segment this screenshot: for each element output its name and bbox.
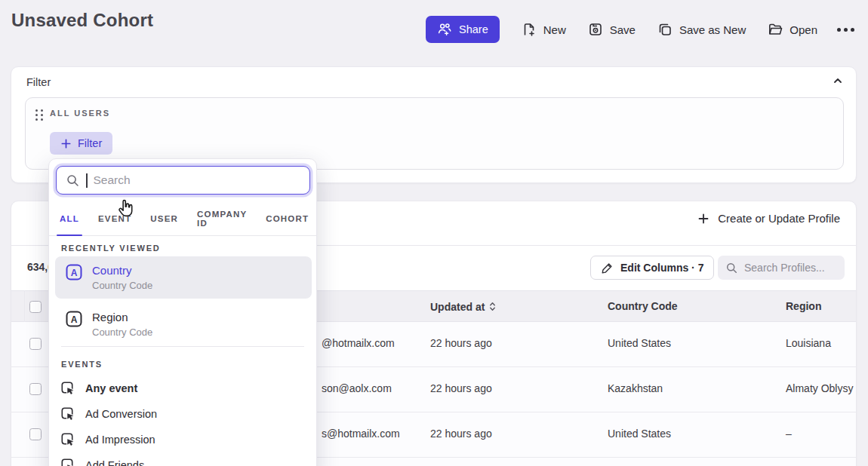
share-icon xyxy=(437,22,452,37)
select-all-checkbox[interactable] xyxy=(29,301,42,313)
property-subtitle: Country Code xyxy=(92,327,152,338)
letter-a-icon xyxy=(66,311,82,327)
event-click-icon xyxy=(61,433,75,447)
event-title: Ad Impression xyxy=(85,434,155,446)
more-options-button[interactable] xyxy=(836,23,856,36)
list-item-add-friends[interactable]: Add Friends xyxy=(55,452,312,466)
tab-user[interactable]: USER xyxy=(150,201,178,235)
save-button-label: Save xyxy=(610,23,636,36)
tab-all[interactable]: ALL xyxy=(60,201,79,235)
list-item-ad-conversion[interactable]: Ad Conversion xyxy=(55,401,312,427)
cell-region: Almaty Oblysy xyxy=(786,382,853,394)
event-click-icon xyxy=(61,407,75,422)
header-action-bar: Share New Save Save as New Open xyxy=(426,16,856,43)
list-item-any-event[interactable]: Any event xyxy=(55,376,312,401)
add-filter-button[interactable]: Filter xyxy=(50,132,112,155)
dropdown-search-box xyxy=(56,166,310,195)
search-icon xyxy=(66,173,80,188)
edit-columns-button[interactable]: Edit Columns · 7 xyxy=(590,256,714,280)
create-or-update-profile-label: Create or Update Profile xyxy=(718,212,840,225)
save-as-new-button-label: Save as New xyxy=(679,23,746,36)
search-profiles-input[interactable] xyxy=(744,262,837,274)
copy-icon xyxy=(657,22,673,37)
save-icon xyxy=(588,22,603,37)
property-picker-dropdown: ALL EVENT USER COMPANY ID COHORT RECENTL… xyxy=(48,158,317,466)
save-button[interactable]: Save xyxy=(588,22,636,37)
open-button-label: Open xyxy=(790,23,817,36)
active-tab-underline xyxy=(57,235,82,237)
plus-icon xyxy=(697,213,709,225)
cell-country-code: Kazakhstan xyxy=(608,382,663,394)
column-header-updated-at[interactable]: Updated at xyxy=(430,300,497,313)
cell-updated-at: 22 hours ago xyxy=(430,337,492,349)
list-item-ad-impression[interactable]: Ad Impression xyxy=(55,427,312,452)
cell-email: s@hotmailx.com xyxy=(322,428,400,440)
cell-region: Louisiana xyxy=(786,337,831,349)
row-checkbox[interactable] xyxy=(29,338,42,350)
add-filter-button-label: Filter xyxy=(78,137,102,149)
filter-panel-title: Filter xyxy=(26,76,51,88)
new-document-icon xyxy=(522,22,537,37)
ellipsis-icon xyxy=(837,28,841,32)
list-item-region[interactable]: Region Country Code xyxy=(55,303,312,344)
section-divider xyxy=(61,346,304,347)
cell-country-code: United States xyxy=(608,428,671,440)
sort-icon[interactable] xyxy=(488,300,497,313)
open-button[interactable]: Open xyxy=(768,22,817,37)
property-subtitle: Country Code xyxy=(92,280,152,291)
cell-country-code: United States xyxy=(608,337,671,349)
edit-columns-label: Edit Columns · 7 xyxy=(620,262,703,274)
cell-email: @hotmailx.com xyxy=(322,337,395,349)
save-as-new-button[interactable]: Save as New xyxy=(657,22,746,37)
event-click-icon xyxy=(61,382,75,396)
search-profiles-box xyxy=(718,256,845,280)
event-title: Ad Conversion xyxy=(85,408,157,420)
event-title: Any event xyxy=(85,382,137,394)
pencil-icon xyxy=(601,262,614,274)
event-title: Add Friends xyxy=(85,459,144,466)
plus-icon xyxy=(60,138,72,149)
event-click-icon xyxy=(61,458,75,466)
events-label: EVENTS xyxy=(61,360,103,369)
text-caret xyxy=(86,173,88,188)
cell-region: – xyxy=(786,428,792,440)
folder-icon xyxy=(768,22,783,37)
share-button-label: Share xyxy=(459,23,488,35)
property-title: Region xyxy=(92,311,152,324)
all-users-label: ALL USERS xyxy=(50,109,110,118)
chevron-up-icon xyxy=(832,75,844,87)
collapse-panel-button[interactable] xyxy=(832,75,844,87)
create-or-update-profile-button[interactable]: Create or Update Profile xyxy=(697,212,840,225)
dropdown-search-input[interactable] xyxy=(94,173,301,187)
dropdown-tabs: ALL EVENT USER COMPANY ID COHORT xyxy=(49,201,316,236)
cell-updated-at: 22 hours ago xyxy=(430,382,492,394)
cell-email: son@aolx.com xyxy=(322,382,392,394)
row-checkbox[interactable] xyxy=(29,383,42,395)
property-title: Country xyxy=(92,264,152,277)
tab-company-id[interactable]: COMPANY ID xyxy=(197,201,247,235)
share-button[interactable]: Share xyxy=(426,16,500,43)
cohort-builder-page: Unsaved Cohort Share New Save Save as Ne… xyxy=(0,0,868,466)
drag-handle[interactable] xyxy=(35,109,43,121)
new-button-label: New xyxy=(543,23,566,36)
search-icon xyxy=(725,262,738,274)
new-button[interactable]: New xyxy=(522,22,566,37)
column-header-region[interactable]: Region xyxy=(786,300,821,312)
recently-viewed-label: RECENTLY VIEWED xyxy=(61,244,161,253)
tab-cohort[interactable]: COHORT xyxy=(266,201,309,235)
row-checkbox[interactable] xyxy=(29,428,42,440)
tab-event[interactable]: EVENT xyxy=(98,201,131,235)
page-title: Unsaved Cohort xyxy=(11,10,153,31)
cell-updated-at: 22 hours ago xyxy=(430,428,492,440)
list-item-country[interactable]: Country Country Code xyxy=(55,256,312,299)
column-header-country-code[interactable]: Country Code xyxy=(608,300,678,312)
letter-a-icon xyxy=(66,264,82,281)
